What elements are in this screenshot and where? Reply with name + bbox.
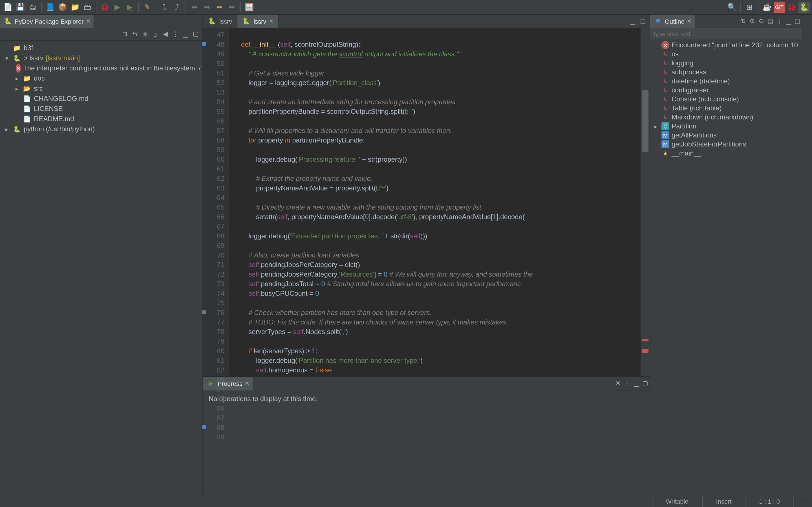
outline-item[interactable]: ↳os bbox=[650, 50, 802, 59]
maximize-icon[interactable]: ▢ bbox=[638, 17, 647, 25]
maximize-icon[interactable]: ▢ bbox=[641, 379, 650, 388]
outline-label: os bbox=[672, 50, 679, 58]
edit-icon[interactable]: ✎ bbox=[142, 1, 153, 13]
new-folder-icon[interactable]: 📁 bbox=[69, 1, 81, 13]
outline-item[interactable]: ↳subprocess bbox=[650, 68, 802, 76]
new-package-icon[interactable]: 📦 bbox=[57, 1, 68, 13]
forward-icon[interactable]: ➡ bbox=[201, 1, 213, 13]
status-menu-icon[interactable]: ⋮ bbox=[799, 497, 808, 506]
tree-node-error[interactable]: ✕ The interpreter configured does not ex… bbox=[0, 63, 202, 73]
editor-tab-1[interactable]: 🐍 lssrv ✕ bbox=[237, 14, 278, 28]
outline-item[interactable]: ↳Markdown (rich.markdown) bbox=[650, 113, 802, 122]
close-icon[interactable]: ✕ bbox=[687, 18, 691, 24]
focus-icon[interactable]: ◈ bbox=[140, 30, 149, 39]
menu-icon[interactable]: ⋮ bbox=[775, 17, 784, 25]
outline-item[interactable]: ✕Encountered "print" at line 232, column… bbox=[650, 41, 802, 50]
source-folder-icon: 📂 bbox=[22, 84, 32, 93]
saveall-icon[interactable]: 🗂 bbox=[27, 1, 38, 13]
tree-node-changelog[interactable]: 📄 CHANGELOG.md bbox=[0, 94, 202, 104]
tree-label: README.md bbox=[34, 115, 74, 123]
outline-item[interactable]: ↳configparser bbox=[650, 86, 802, 95]
code-area[interactable]: def __init__ (self, scontrolOutputString… bbox=[229, 28, 641, 376]
explorer-tree[interactable]: 📁 b3f ▾🐍 > lssrv [lssrv main] ✕ The inte… bbox=[0, 41, 202, 495]
minimize-icon[interactable]: ▁ bbox=[784, 17, 793, 25]
python-file-icon: 🐍 bbox=[242, 17, 251, 25]
cls-icon: C bbox=[661, 122, 669, 130]
window-icon[interactable]: 🪟 bbox=[244, 1, 255, 13]
filter-icon[interactable]: ▤ bbox=[766, 17, 775, 25]
code-editor[interactable]: 4748495051525354555657585960616263646566… bbox=[203, 28, 650, 376]
outline-item[interactable]: ★__main__ bbox=[650, 149, 802, 158]
expand-icon[interactable]: ⊕ bbox=[748, 17, 757, 25]
clear-icon[interactable]: ✕ bbox=[613, 379, 622, 388]
outline-tab[interactable]: ≣ Outline ✕ bbox=[650, 14, 695, 28]
sort-icon[interactable]: ⇅ bbox=[739, 17, 748, 25]
link-editor-icon[interactable]: ⇆ bbox=[130, 30, 139, 39]
outline-item[interactable]: ↳datetime (datetime) bbox=[650, 76, 802, 86]
coverage-icon[interactable]: ▶̤ bbox=[124, 1, 135, 13]
perspective-git-icon[interactable]: GIT bbox=[774, 1, 785, 13]
collapse-icon[interactable]: ⊖ bbox=[757, 17, 766, 25]
outline-item[interactable]: MgetAllPartitions bbox=[650, 131, 802, 140]
close-icon[interactable]: ✕ bbox=[86, 18, 91, 24]
nav-fwd-icon[interactable]: ➡ bbox=[226, 1, 238, 13]
search-icon[interactable]: 🔍 bbox=[726, 1, 738, 13]
new-icon[interactable]: 📄 bbox=[2, 1, 13, 13]
imp-icon: ↳ bbox=[661, 59, 669, 67]
tree-node-license[interactable]: 📄 LICENSE bbox=[0, 104, 202, 114]
close-icon[interactable]: ✕ bbox=[245, 380, 249, 386]
perspective-open-icon[interactable]: ⊞ bbox=[744, 1, 755, 13]
tree-label: The interpreter configured does not exis… bbox=[23, 64, 201, 72]
perspective-java-icon[interactable]: ☕ bbox=[761, 1, 772, 13]
back-icon[interactable]: ⬅ bbox=[189, 1, 200, 13]
outline-item[interactable]: ↳Table (rich.table) bbox=[650, 104, 802, 113]
minimize-icon[interactable]: ▁ bbox=[628, 17, 637, 25]
tree-node-python[interactable]: ▸🐍 python (/usr/bin/python) bbox=[0, 124, 202, 134]
tree-node-doc[interactable]: ▸📁 doc bbox=[0, 73, 202, 83]
save-icon[interactable]: 💾 bbox=[15, 1, 26, 13]
outline-item[interactable]: MgetJobStateForPartitions bbox=[650, 140, 802, 149]
open-module-icon[interactable]: 📘 bbox=[45, 1, 56, 13]
editor-tabbar: 🐍 lssrv 🐍 lssrv ✕ ▁ ▢ bbox=[203, 15, 650, 28]
home-icon[interactable]: ⌂ bbox=[151, 30, 160, 39]
explorer-tab[interactable]: 🐍 PyDev Package Explorer ✕ bbox=[0, 14, 94, 28]
error-icon: ✕ bbox=[16, 64, 21, 73]
step-over-icon[interactable]: ⤴ bbox=[171, 1, 183, 13]
python-icon: 🐍 bbox=[12, 124, 21, 133]
nav-back-icon[interactable]: ⬅ bbox=[214, 1, 225, 13]
tree-node-b3f[interactable]: 📁 b3f bbox=[0, 43, 202, 53]
minimize-icon[interactable]: ▁ bbox=[631, 379, 641, 388]
outline-label: Encountered "print" at line 232, column … bbox=[672, 41, 798, 49]
pydev-icon: 🐍 bbox=[3, 17, 12, 25]
minimize-icon[interactable]: ▁ bbox=[181, 30, 190, 39]
outline-label: __main__ bbox=[672, 149, 701, 157]
collapse-all-icon[interactable]: ⊟ bbox=[120, 30, 129, 39]
tree-branch: [lssrv main] bbox=[46, 54, 80, 62]
outline-list[interactable]: ✕Encountered "print" at line 232, column… bbox=[650, 40, 802, 495]
main-toolbar: 📄 💾 🗂 📘 📦 📁 🗃 🐞 ▶ ▶̤ ✎ ⤵ ⤴ ⬅ ➡ ⬅ ➡ 🪟 🔍 ⊞… bbox=[0, 0, 812, 15]
perspective-debug-icon[interactable]: 🐞 bbox=[786, 1, 797, 13]
tree-node-readme[interactable]: 📄 README.md bbox=[0, 114, 202, 124]
perspective-pydev-icon[interactable]: 🐍 bbox=[799, 1, 810, 13]
debug-icon[interactable]: 🐞 bbox=[99, 1, 110, 13]
outline-item[interactable]: ↳Console (rich.console) bbox=[650, 95, 802, 104]
maximize-icon[interactable]: ▢ bbox=[793, 17, 802, 25]
project-pydev-icon: 🐍 bbox=[12, 54, 21, 62]
run-icon[interactable]: ▶ bbox=[112, 1, 123, 13]
outline-item[interactable]: ▸CPartition bbox=[650, 122, 802, 131]
step-icon[interactable]: ⤵ bbox=[159, 1, 170, 13]
maximize-icon[interactable]: ▢ bbox=[191, 30, 200, 39]
status-position: 1 : 1 : 0 bbox=[745, 495, 794, 507]
menu-icon[interactable]: ⋮ bbox=[622, 379, 631, 388]
new-project-icon[interactable]: 🗃 bbox=[82, 1, 93, 13]
imp-icon: ↳ bbox=[661, 95, 669, 103]
close-icon[interactable]: ✕ bbox=[269, 18, 273, 24]
editor-tab-0[interactable]: 🐍 lssrv bbox=[203, 14, 237, 28]
tree-node-src[interactable]: ▸📂 src bbox=[0, 83, 202, 94]
back-nav-icon[interactable]: ◀ bbox=[161, 30, 170, 39]
menu-icon[interactable]: ⋮ bbox=[171, 30, 180, 39]
outline-item[interactable]: ↳logging bbox=[650, 59, 802, 68]
vertical-scrollbar[interactable] bbox=[641, 28, 650, 376]
outline-filter-input[interactable] bbox=[650, 28, 802, 40]
tree-node-lssrv[interactable]: ▾🐍 > lssrv [lssrv main] bbox=[0, 53, 202, 63]
